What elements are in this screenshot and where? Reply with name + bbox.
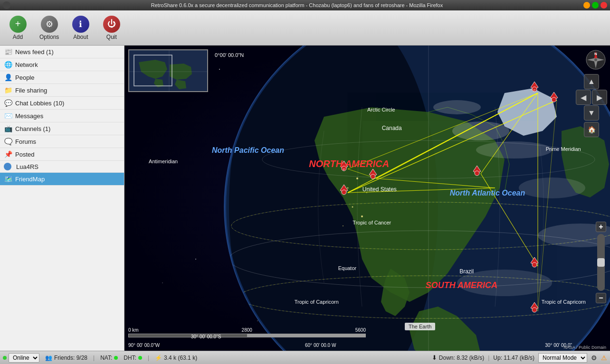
traffic-icon: ⚡ bbox=[155, 355, 162, 361]
file-sharing-icon: 📁 bbox=[4, 86, 12, 94]
sidebar-item-channels[interactable]: 📺 Channels (1) bbox=[0, 122, 124, 135]
svg-point-63 bbox=[532, 308, 537, 312]
upload-label: Up: 11.47 (kB/s) bbox=[493, 355, 534, 361]
sidebar-label-chat-lobbies: Chat Lobbies (10) bbox=[15, 100, 64, 107]
sidebar-label-channels: Channels (1) bbox=[15, 125, 50, 132]
statusbar-right: ⬇ Down: 8.32 (kB/s) | Up: 11.47 (kB/s) N… bbox=[432, 353, 607, 363]
sidebar-label-posted: Posted bbox=[15, 151, 34, 158]
about-button[interactable]: ℹ About bbox=[67, 14, 94, 42]
close-button[interactable] bbox=[600, 2, 607, 9]
warning-icon: ⚠ bbox=[601, 354, 607, 362]
svg-point-18 bbox=[433, 100, 481, 114]
sep2: | bbox=[148, 355, 149, 361]
sidebar-item-messages[interactable]: ✉️ Messages bbox=[0, 110, 124, 122]
nat-dot bbox=[114, 356, 118, 360]
minimize-button[interactable] bbox=[583, 2, 590, 9]
download-status: ⬇ Down: 8.32 (kB/s) bbox=[432, 354, 484, 361]
svg-point-57 bbox=[371, 174, 375, 179]
nat-status: NAT: bbox=[100, 355, 118, 361]
add-button[interactable]: + Add bbox=[5, 14, 31, 42]
sep3: | bbox=[488, 355, 489, 361]
nav-middle-row: ◀ ▶ bbox=[576, 90, 607, 105]
quit-button[interactable]: ⏻ Quit bbox=[98, 14, 124, 42]
toolbar: + Add ⚙ Options ℹ About ⏻ Quit bbox=[0, 10, 610, 46]
nav-compass: N bbox=[585, 49, 606, 70]
titlebar: RetroShare 0.6.0x a secure decentralized… bbox=[0, 0, 610, 10]
dht-label: DHT: bbox=[124, 355, 136, 361]
scale-track bbox=[128, 334, 366, 337]
network-icon: 🌐 bbox=[4, 60, 12, 69]
about-label: About bbox=[73, 34, 88, 40]
svg-point-8 bbox=[195, 259, 196, 260]
svg-point-55 bbox=[342, 190, 346, 195]
sidebar-item-network[interactable]: 🌐 Network bbox=[0, 58, 124, 71]
nav-right-button[interactable]: ▶ bbox=[592, 90, 607, 105]
svg-text:P: P bbox=[343, 168, 345, 171]
forums-icon: 🗨️ bbox=[4, 137, 12, 146]
coord-bottom-left: 90° 00' 00.0"W bbox=[128, 343, 160, 348]
nav-up-button[interactable]: ▲ bbox=[584, 74, 599, 89]
about-icon: ℹ bbox=[79, 19, 82, 29]
sidebar-label-network: Network bbox=[15, 61, 38, 68]
friends-label: Friends: 9/28 bbox=[54, 355, 87, 361]
online-dropdown[interactable]: Online Away Busy bbox=[9, 353, 39, 363]
sep1: | bbox=[93, 355, 95, 361]
download-icon: ⬇ bbox=[432, 354, 437, 361]
svg-point-17 bbox=[476, 141, 552, 159]
posted-icon: 📌 bbox=[4, 150, 12, 159]
zoom-out-button[interactable]: − bbox=[596, 293, 606, 303]
sidebar-label-file-sharing: File sharing bbox=[15, 87, 47, 94]
quit-icon: ⏻ bbox=[107, 19, 116, 29]
chat-lobbies-icon: 💬 bbox=[4, 99, 12, 107]
traffic-status: ⚡ 3.4 k (63.1 k) bbox=[155, 355, 197, 361]
svg-text:P: P bbox=[534, 89, 535, 92]
zoom-slider[interactable] bbox=[597, 258, 605, 267]
sidebar-label-friendmap: FriendMap bbox=[15, 176, 45, 183]
coord-bottom-mid: 60° 00' 00.0 W bbox=[305, 343, 336, 348]
maximize-button[interactable] bbox=[592, 2, 599, 9]
svg-point-23 bbox=[347, 187, 349, 189]
download-label: Down: 8.32 (kB/s) bbox=[439, 355, 484, 361]
svg-point-74 bbox=[594, 58, 597, 61]
scale-bar: 0 km 2800 5600 bbox=[128, 327, 366, 337]
sidebar-item-forums[interactable]: 🗨️ Forums bbox=[0, 135, 124, 148]
friends-status: 👥 Friends: 9/28 bbox=[45, 355, 87, 361]
coord-top: 0°00' 00.0"N bbox=[215, 52, 244, 58]
nav-left-button[interactable]: ◀ bbox=[576, 90, 591, 105]
sidebar-item-file-sharing[interactable]: 📁 File sharing bbox=[0, 84, 124, 97]
channels-icon: 📺 bbox=[4, 124, 12, 133]
minimap[interactable] bbox=[128, 49, 208, 92]
sidebar-item-news-feed[interactable]: 📰 News feed (1) bbox=[0, 46, 124, 58]
svg-point-19 bbox=[519, 177, 585, 198]
sidebar-label-people: People bbox=[15, 74, 34, 81]
people-icon: 👤 bbox=[4, 73, 12, 82]
zoom-track bbox=[597, 234, 605, 291]
sidebar-item-friendmap[interactable]: 🗺️ FriendMap bbox=[0, 173, 124, 186]
dht-status: DHT: bbox=[124, 355, 142, 361]
sidebar-item-people[interactable]: 👤 People bbox=[0, 71, 124, 84]
add-icon: + bbox=[15, 19, 21, 29]
online-status[interactable]: Online Away Busy bbox=[3, 353, 39, 363]
sidebar-label-lua4rs: Lua4RS bbox=[16, 163, 38, 170]
quit-label: Quit bbox=[106, 34, 117, 40]
dht-dot bbox=[138, 356, 142, 360]
statusbar: Online Away Busy 👥 Friends: 9/28 | NAT: … bbox=[0, 351, 610, 364]
titlebar-title: RetroShare 0.6.0x a secure decentralized… bbox=[10, 2, 583, 8]
titlebar-controls bbox=[583, 2, 607, 9]
zoom-in-button[interactable]: + bbox=[596, 222, 606, 232]
traffic-label: 3.4 k (63.1 k) bbox=[164, 355, 197, 361]
svg-point-27 bbox=[343, 225, 343, 226]
add-label: Add bbox=[13, 34, 23, 40]
sidebar-item-posted[interactable]: 📌 Posted bbox=[0, 148, 124, 161]
options-label: Options bbox=[39, 34, 59, 40]
settings-icon[interactable]: ⚙ bbox=[591, 354, 597, 362]
sidebar-item-lua4rs[interactable]: Lua4RS bbox=[0, 161, 124, 173]
map-area[interactable]: P P bbox=[124, 46, 610, 351]
svg-point-61 bbox=[532, 262, 537, 267]
mode-dropdown[interactable]: Normal Mode Turbo Mode bbox=[538, 353, 587, 363]
options-button[interactable]: ⚙ Options bbox=[36, 14, 63, 42]
sidebar-item-chat-lobbies[interactable]: 💬 Chat Lobbies (10) bbox=[0, 97, 124, 110]
nav-down-button[interactable]: ▼ bbox=[584, 105, 599, 121]
nav-home-button[interactable]: 🏠 bbox=[584, 122, 599, 137]
lua4rs-icon bbox=[4, 163, 11, 170]
